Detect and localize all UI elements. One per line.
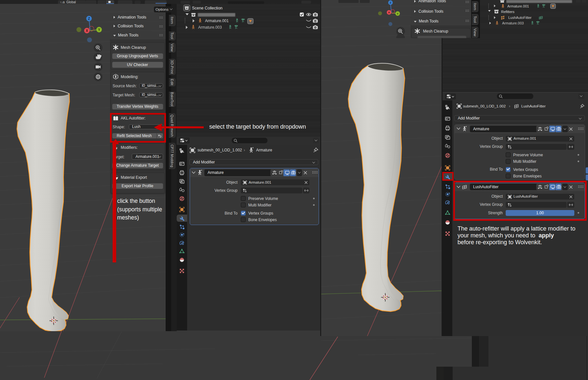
svg-text:Z: Z: [390, 1, 391, 4]
svg-text:X: X: [388, 11, 390, 14]
svg-text:Y: Y: [98, 28, 100, 32]
svg-text:Y: Y: [397, 12, 399, 15]
svg-text:Z: Z: [88, 17, 90, 21]
svg-text:X: X: [86, 29, 88, 33]
